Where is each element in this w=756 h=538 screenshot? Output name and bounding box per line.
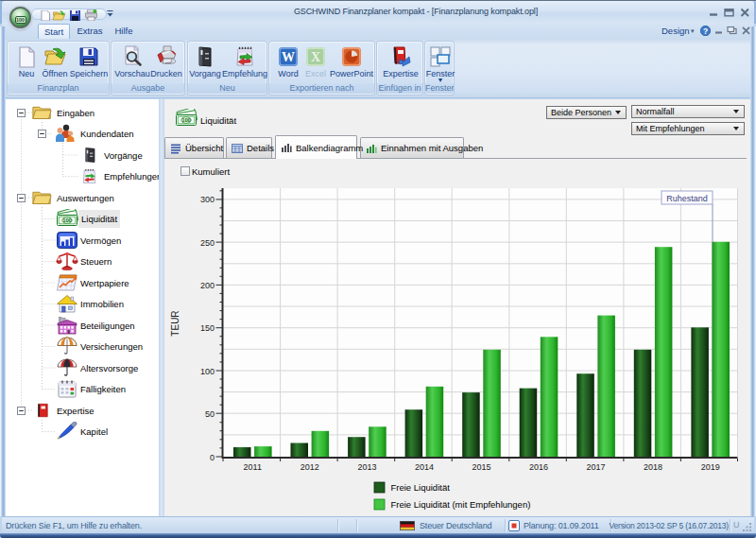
svg-text:200: 200 (200, 281, 215, 290)
svg-text:100: 100 (200, 367, 215, 376)
svg-text:TEUR: TEUR (170, 310, 180, 336)
svg-text:2017: 2017 (587, 462, 606, 472)
svg-text:Ruhestand: Ruhestand (666, 194, 708, 203)
svg-text:2019: 2019 (701, 462, 720, 472)
svg-text:300: 300 (200, 195, 215, 204)
svg-text:2013: 2013 (357, 462, 376, 472)
svg-text:150: 150 (200, 323, 215, 333)
svg-text:250: 250 (200, 238, 215, 248)
svg-text:0: 0 (210, 453, 215, 462)
svg-text:Freie Liquidität: Freie Liquidität (391, 482, 451, 493)
svg-text:2018: 2018 (644, 462, 662, 472)
svg-text:?: ? (703, 26, 708, 36)
svg-text:50: 50 (205, 409, 215, 419)
svg-text:2012: 2012 (301, 462, 319, 472)
svg-text:2016: 2016 (529, 462, 548, 472)
svg-text:X: X (311, 50, 320, 64)
svg-text:Freie Liquidität (mit Empfehlu: Freie Liquidität (mit Empfehlungen) (391, 499, 531, 510)
svg-text:2014: 2014 (415, 462, 434, 472)
svg-text:2011: 2011 (244, 462, 262, 472)
svg-text:2015: 2015 (472, 462, 490, 472)
